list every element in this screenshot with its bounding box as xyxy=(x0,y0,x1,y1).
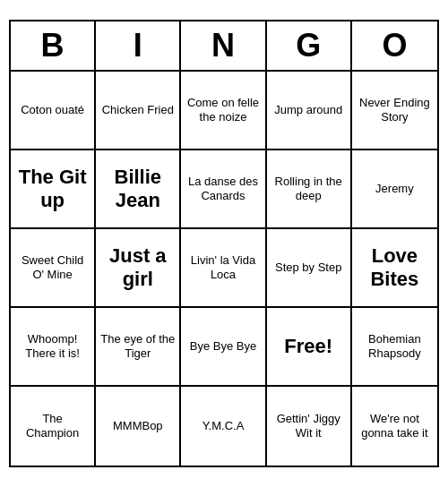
bingo-header: BINGO xyxy=(11,21,437,72)
bingo-cell[interactable]: Never Ending Story xyxy=(352,72,437,150)
bingo-cell[interactable]: Bye Bye Bye xyxy=(181,308,266,387)
bingo-cell[interactable]: Chicken Fried xyxy=(96,72,181,150)
bingo-cell[interactable]: Bohemian Rhapsody xyxy=(352,308,437,387)
bingo-cell[interactable]: The Champion xyxy=(11,387,96,466)
bingo-cell[interactable]: We're not gonna take it xyxy=(352,387,437,466)
bingo-cell[interactable]: Livin' la Vida Loca xyxy=(181,229,266,308)
bingo-cell[interactable]: Y.M.C.A xyxy=(181,387,266,466)
bingo-cell[interactable]: MMMBop xyxy=(96,387,181,466)
bingo-grid: Coton ouatéChicken FriedCome on felle th… xyxy=(11,72,437,466)
header-letter: B xyxy=(11,21,96,70)
bingo-cell[interactable]: The eye of the Tiger xyxy=(96,308,181,387)
bingo-cell[interactable]: Sweet Child O' Mine xyxy=(11,229,96,308)
header-letter: G xyxy=(267,21,352,70)
bingo-cell[interactable]: Gettin' Jiggy Wit it xyxy=(267,387,352,466)
bingo-cell[interactable]: La danse des Canards xyxy=(181,150,266,229)
bingo-cell[interactable]: Free! xyxy=(267,308,352,387)
bingo-cell[interactable]: Jeremy xyxy=(352,150,437,229)
bingo-cell[interactable]: Just a girl xyxy=(96,229,181,308)
header-letter: N xyxy=(181,21,266,70)
bingo-cell[interactable]: The Git up xyxy=(11,150,96,229)
bingo-cell[interactable]: Coton ouaté xyxy=(11,72,96,150)
bingo-cell[interactable]: Love Bites xyxy=(352,229,437,308)
bingo-cell[interactable]: Come on felle the noize xyxy=(181,72,266,150)
bingo-cell[interactable]: Step by Step xyxy=(267,229,352,308)
bingo-card: BINGO Coton ouatéChicken FriedCome on fe… xyxy=(9,20,439,467)
header-letter: O xyxy=(352,21,437,70)
bingo-cell[interactable]: Billie Jean xyxy=(96,150,181,229)
header-letter: I xyxy=(96,21,181,70)
bingo-cell[interactable]: Jump around xyxy=(267,72,352,150)
bingo-cell[interactable]: Whoomp! There it is! xyxy=(11,308,96,387)
bingo-cell[interactable]: Rolling in the deep xyxy=(267,150,352,229)
